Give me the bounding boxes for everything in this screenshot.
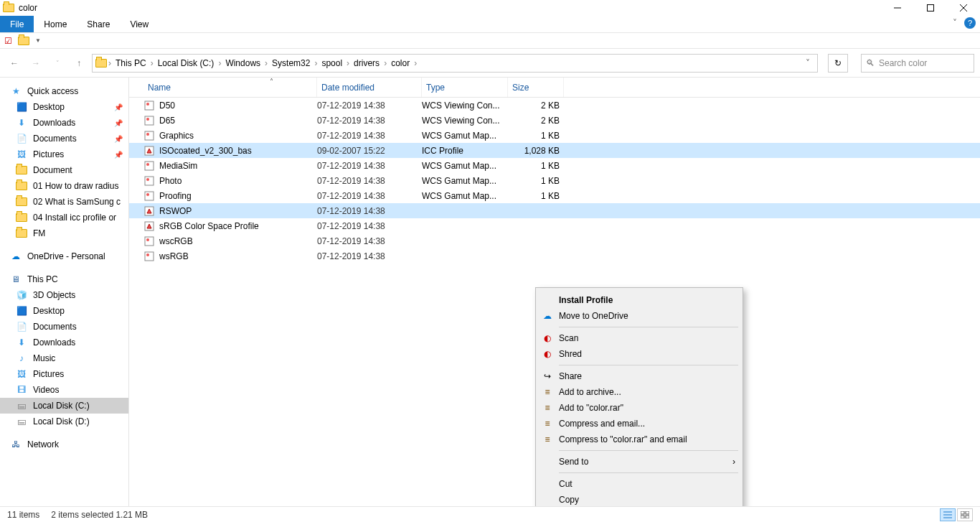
breadcrumb-segment[interactable]: spool [319, 58, 345, 68]
sidebar-item[interactable]: FM [0, 225, 128, 241]
sidebar-item[interactable]: Document [0, 162, 128, 178]
file-size: 2 KB [508, 116, 564, 126]
help-icon[interactable]: ? [964, 17, 976, 29]
sidebar-item[interactable]: 🎞Videos [0, 382, 128, 398]
sidebar-item[interactable]: ⬇Downloads📌 [0, 115, 128, 131]
table-row[interactable]: MediaSim07-12-2019 14:38WCS Gamut Map...… [129, 158, 980, 173]
cm-add-archive[interactable]: ≡Add to archive... [536, 384, 743, 400]
file-icon [143, 175, 155, 187]
sidebar-item[interactable]: 🖴Local Disk (D:) [0, 414, 128, 429]
sidebar-item[interactable]: 🧊3D Objects [0, 287, 128, 303]
tab-file[interactable]: File [0, 16, 34, 32]
view-large-icons-button[interactable] [957, 508, 973, 521]
breadcrumb-segment[interactable]: This PC [113, 58, 149, 68]
table-row[interactable]: Graphics07-12-2019 14:38WCS Gamut Map...… [129, 128, 980, 143]
crumb-sep[interactable]: › [382, 58, 388, 68]
downloads-icon: ⬇ [16, 337, 27, 348]
desktop-icon: 🟦 [16, 101, 27, 113]
nav-forward-button[interactable]: → [27, 55, 44, 72]
sidebar-item[interactable]: 🟦Desktop [0, 303, 128, 319]
sidebar-item[interactable]: 01 How to draw radius [0, 178, 128, 194]
music-icon: ♪ [16, 353, 27, 364]
crumb-sep[interactable]: › [149, 58, 155, 68]
refresh-button[interactable]: ↻ [828, 54, 848, 73]
cm-compress-to[interactable]: ≡Compress to "color.rar" and email [536, 432, 743, 447]
qat-dropdown-icon[interactable]: ▼ [35, 37, 41, 44]
qat-newfolder-icon[interactable] [18, 35, 29, 47]
breadcrumb-segment[interactable]: Local Disk (C:) [155, 58, 217, 68]
file-date: 07-12-2019 14:38 [317, 236, 422, 246]
quick-access-root[interactable]: ★ Quick access [0, 83, 128, 99]
sidebar-item[interactable]: 04 Install icc profile or [0, 210, 128, 225]
sidebar-item[interactable]: 🟦Desktop📌 [0, 99, 128, 115]
close-button[interactable] [947, 0, 980, 16]
table-row[interactable]: Photo07-12-2019 14:38WCS Gamut Map...1 K… [129, 173, 980, 188]
crumb-sep[interactable]: › [263, 58, 269, 68]
sidebar-item[interactable]: 02 What is SamSung c [0, 194, 128, 210]
cm-shred[interactable]: ◐Shred [536, 346, 743, 362]
sidebar-item-label: 02 What is SamSung c [33, 197, 121, 207]
col-header-type[interactable]: Type [422, 78, 508, 97]
ribbon-collapse-icon[interactable]: ˅ [953, 18, 957, 28]
cm-install-profile[interactable]: Install Profile [536, 292, 743, 308]
crumb-sep[interactable]: › [413, 58, 418, 68]
cm-cut[interactable]: Cut [536, 476, 743, 492]
table-row[interactable]: sRGB Color Space Profile07-12-2019 14:38 [129, 218, 980, 233]
file-icon [143, 100, 155, 111]
search-box[interactable]: 🔍︎ Search color [861, 54, 974, 73]
sidebar-item-label: Music [33, 353, 55, 363]
table-row[interactable]: RSWOP07-12-2019 14:38 [129, 203, 980, 218]
network-root[interactable]: 🖧 Network [0, 437, 128, 452]
sidebar-item[interactable]: 📄Documents📌 [0, 131, 128, 146]
sidebar-item[interactable]: ⬇Downloads [0, 335, 128, 350]
cm-move-onedrive[interactable]: ☁Move to OneDrive [536, 308, 743, 324]
svg-rect-24 [145, 252, 154, 261]
breadcrumb-segment[interactable]: System32 [269, 58, 313, 68]
qat-properties-icon[interactable]: ☑ [4, 36, 12, 46]
table-row[interactable]: D6507-12-2019 14:38WCS Viewing Con...2 K… [129, 113, 980, 128]
col-header-date[interactable]: Date modified [317, 78, 422, 97]
maximize-button[interactable] [914, 0, 947, 16]
tab-share[interactable]: Share [77, 16, 120, 32]
downloads-icon: ⬇ [16, 117, 27, 129]
cm-add-to[interactable]: ≡Add to "color.rar" [536, 400, 743, 416]
table-row[interactable]: wscRGB07-12-2019 14:38 [129, 233, 980, 248]
nav-back-button[interactable]: ← [6, 55, 23, 72]
cm-share[interactable]: ↪Share [536, 368, 743, 384]
table-row[interactable]: ISOcoated_v2_300_bas09-02-2007 15:22ICC … [129, 143, 980, 158]
sidebar-item[interactable]: 🖴Local Disk (C:) [0, 398, 128, 414]
crumb-sep[interactable]: › [345, 58, 351, 68]
table-row[interactable]: wsRGB07-12-2019 14:38 [129, 248, 980, 264]
breadcrumb-segment[interactable]: drivers [351, 58, 382, 68]
file-name: wsRGB [159, 251, 189, 261]
nav-up-button[interactable]: ↑ [70, 55, 88, 72]
table-row[interactable]: Proofing07-12-2019 14:38WCS Gamut Map...… [129, 188, 980, 203]
file-date: 07-12-2019 14:38 [317, 176, 422, 186]
col-header-size[interactable]: Size [508, 78, 564, 97]
file-icon [143, 251, 155, 262]
sidebar-item[interactable]: 🖼Pictures [0, 366, 128, 382]
address-bar[interactable]: › This PC›Local Disk (C:)›Windows›System… [92, 54, 818, 73]
cm-scan[interactable]: ◐Scan [536, 330, 743, 346]
onedrive-root[interactable]: ☁ OneDrive - Personal [0, 248, 128, 264]
col-header-name[interactable]: Name˄ [143, 78, 317, 97]
crumb-sep[interactable]: › [107, 58, 113, 68]
cm-compress-email[interactable]: ≡Compress and email... [536, 416, 743, 432]
tab-view[interactable]: View [120, 16, 159, 32]
view-details-button[interactable] [940, 508, 956, 521]
breadcrumb-segment[interactable]: Windows [222, 58, 263, 68]
cm-copy[interactable]: Copy [536, 492, 743, 508]
table-row[interactable]: D5007-12-2019 14:38WCS Viewing Con...2 K… [129, 98, 980, 113]
nav-recent-dropdown[interactable]: ˅ [49, 55, 66, 72]
minimize-button[interactable] [881, 0, 914, 16]
sidebar-item[interactable]: 🖼Pictures📌 [0, 146, 128, 162]
cm-send-to[interactable]: Send to› [536, 454, 743, 470]
sidebar-item[interactable]: 📄Documents [0, 319, 128, 335]
tab-home[interactable]: Home [34, 16, 77, 32]
breadcrumb-segment[interactable]: color [388, 58, 413, 68]
this-pc-root[interactable]: 🖥 This PC [0, 271, 128, 287]
file-date: 07-12-2019 14:38 [317, 251, 422, 261]
address-bar-row: ← → ˅ ↑ › This PC›Local Disk (C:)›Window… [0, 49, 980, 78]
sidebar-item[interactable]: ♪Music [0, 350, 128, 366]
address-dropdown-icon[interactable]: ˅ [801, 58, 814, 68]
